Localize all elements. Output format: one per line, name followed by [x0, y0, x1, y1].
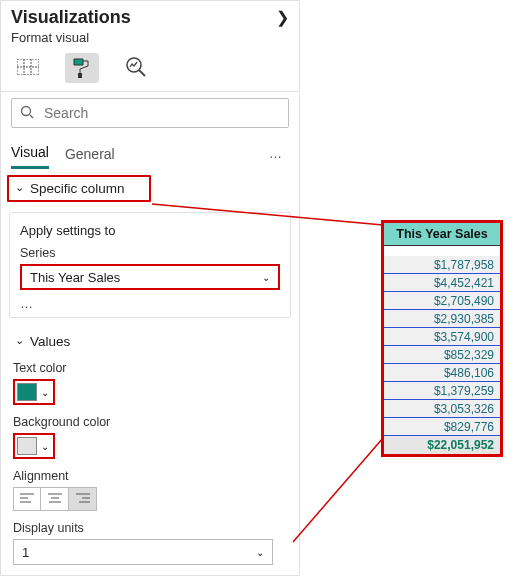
search-icon: [20, 105, 34, 122]
search-field[interactable]: [42, 104, 280, 122]
result-table: This Year Sales $1,787,958$4,452,421$2,7…: [381, 220, 503, 457]
tab-visual[interactable]: Visual: [11, 138, 49, 169]
bg-color-swatch: [17, 437, 37, 455]
svg-point-7: [22, 106, 31, 115]
collapse-pane-icon[interactable]: ❯: [276, 8, 289, 27]
text-color-swatch: [17, 383, 37, 401]
align-right-button[interactable]: [69, 487, 97, 511]
display-units-dropdown[interactable]: 1 ⌄: [13, 539, 273, 565]
table-row: $2,930,385: [384, 310, 500, 328]
paint-roller-icon: [70, 56, 94, 81]
chevron-down-icon: ⌄: [15, 181, 24, 194]
alignment-segmented: [13, 487, 287, 511]
search-input[interactable]: [11, 98, 289, 128]
table-row: $2,705,490: [384, 292, 500, 310]
tab-more-button[interactable]: …: [269, 146, 289, 161]
values-section-label: Values: [30, 334, 70, 349]
table-total-row: $22,051,952: [384, 436, 500, 454]
table-row: $486,106: [384, 364, 500, 382]
svg-line-8: [30, 115, 33, 118]
chevron-down-icon: ⌄: [262, 272, 270, 283]
text-color-label: Text color: [13, 361, 287, 375]
text-color-picker[interactable]: ⌄: [13, 379, 55, 405]
format-visual-button[interactable]: [65, 53, 99, 83]
alignment-label: Alignment: [13, 469, 287, 483]
apply-settings-title: Apply settings to: [20, 223, 280, 238]
display-units-label: Display units: [13, 521, 287, 535]
table-header: This Year Sales: [384, 223, 500, 246]
align-right-icon: [76, 492, 90, 507]
specific-column-section-header[interactable]: ⌄ Specific column: [7, 175, 151, 202]
analytics-button[interactable]: [119, 53, 153, 83]
values-section-header[interactable]: ⌄ Values: [1, 326, 299, 357]
table-gap: [384, 246, 500, 256]
bg-color-picker[interactable]: ⌄: [13, 433, 55, 459]
pane-title: Visualizations: [11, 7, 131, 28]
svg-line-19: [293, 438, 383, 542]
apply-more-button[interactable]: …: [20, 296, 280, 311]
tab-general[interactable]: General: [65, 140, 115, 168]
table-row: $1,787,958: [384, 256, 500, 274]
chevron-down-icon: ⌄: [15, 334, 24, 347]
chevron-down-icon: ⌄: [41, 441, 49, 452]
align-center-icon: [48, 492, 62, 507]
bg-color-label: Background color: [13, 415, 287, 429]
specific-column-label: Specific column: [30, 181, 125, 196]
chevron-down-icon: ⌄: [256, 547, 264, 558]
table-row: $3,574,900: [384, 328, 500, 346]
svg-rect-4: [78, 73, 82, 78]
build-visual-button[interactable]: [11, 53, 45, 83]
series-value: This Year Sales: [30, 270, 120, 285]
align-left-icon: [20, 492, 34, 507]
analytics-magnifier-icon: [125, 56, 147, 81]
table-row: $3,053,326: [384, 400, 500, 418]
table-row: $4,452,421: [384, 274, 500, 292]
table-row: $829,776: [384, 418, 500, 436]
display-units-value: 1: [22, 545, 29, 560]
align-left-button[interactable]: [13, 487, 41, 511]
fields-grid-icon: [17, 59, 39, 78]
series-label: Series: [20, 246, 280, 260]
pane-subtitle: Format visual: [1, 30, 299, 49]
apply-settings-card: Apply settings to Series This Year Sales…: [9, 212, 291, 318]
chevron-down-icon: ⌄: [41, 387, 49, 398]
svg-line-6: [139, 70, 145, 76]
align-center-button[interactable]: [41, 487, 69, 511]
table-row: $852,329: [384, 346, 500, 364]
series-dropdown[interactable]: This Year Sales ⌄: [20, 264, 280, 290]
table-row: $1,379,259: [384, 382, 500, 400]
